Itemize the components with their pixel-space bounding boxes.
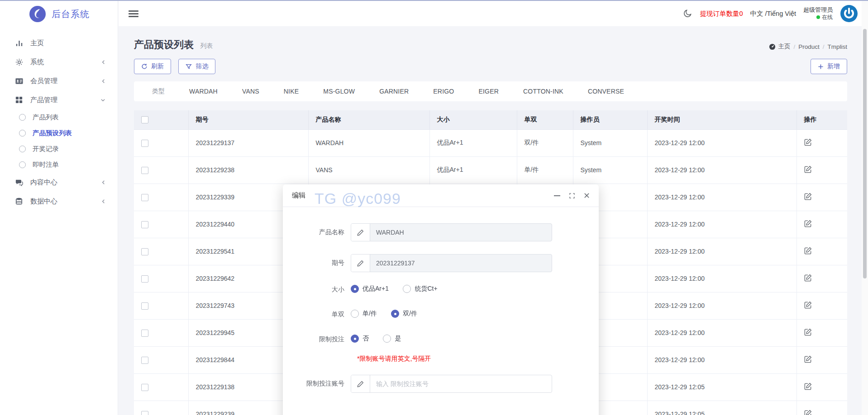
edit-row-icon[interactable] xyxy=(804,328,812,336)
tab-ms-glow[interactable]: MS-GLOW xyxy=(323,88,355,95)
edit-row-icon[interactable] xyxy=(804,247,812,255)
edit-row-icon[interactable] xyxy=(804,274,812,282)
edit-row-icon[interactable] xyxy=(804,193,812,200)
restrict-accounts-input[interactable] xyxy=(370,375,552,392)
page-heading: 产品预设列表 列表 xyxy=(134,38,213,52)
radio-label: 否 xyxy=(362,335,369,343)
edit-row-icon[interactable] xyxy=(804,165,812,173)
dashboard-icon xyxy=(769,43,776,50)
cell-draw-time: 2023-12-29 12:00 xyxy=(647,319,796,346)
refresh-icon xyxy=(141,63,148,70)
row-checkbox[interactable] xyxy=(141,248,148,255)
withdraw-orders-badge[interactable]: 提现订单数量0 xyxy=(700,9,743,18)
sidebar-toggle-icon[interactable] xyxy=(129,9,138,19)
chevron-down-icon xyxy=(100,98,106,103)
sidebar-subitem-product-list[interactable]: 产品列表 xyxy=(0,109,118,125)
right-actions: 新增 xyxy=(811,59,847,74)
breadcrumb-separator: / xyxy=(823,43,825,50)
refresh-button[interactable]: 刷新 xyxy=(134,59,171,74)
chat-bubbles-icon xyxy=(15,178,24,187)
sidebar-item-home[interactable]: 主页 xyxy=(0,33,118,52)
radio-unselected-icon xyxy=(351,310,359,318)
radio-parity-single[interactable]: 单/件 xyxy=(351,310,377,318)
radio-size-premium[interactable]: 优品Ar+1 xyxy=(351,285,389,293)
field-product-name: 产品名称 xyxy=(283,223,581,241)
radio-parity-double[interactable]: 双/件 xyxy=(391,310,417,318)
restrict-note: *限制账号请用英文,号隔开 xyxy=(357,355,581,363)
cell-operator: System xyxy=(573,129,647,156)
scrollbar-thumb[interactable] xyxy=(863,29,867,278)
row-checkbox[interactable] xyxy=(141,194,148,201)
avatar[interactable] xyxy=(840,5,858,23)
edit-row-icon[interactable] xyxy=(804,355,812,363)
tab-converse[interactable]: CONVERSE xyxy=(588,88,624,95)
row-checkbox[interactable] xyxy=(141,302,148,310)
app-logo[interactable]: 后台系统 xyxy=(0,1,118,27)
row-checkbox[interactable] xyxy=(141,221,148,228)
product-name-input[interactable] xyxy=(370,224,552,241)
page-subtitle: 列表 xyxy=(200,42,213,49)
column-header-operator: 操作员 xyxy=(573,110,647,129)
period-input[interactable] xyxy=(370,255,552,272)
tab-eiger[interactable]: EIGER xyxy=(478,88,499,95)
add-button[interactable]: 新增 xyxy=(811,59,847,74)
radio-unselected-icon xyxy=(383,335,391,343)
edit-row-icon[interactable] xyxy=(804,301,812,309)
tab-cotton-ink[interactable]: COTTON-INK xyxy=(523,88,563,95)
edit-row-icon[interactable] xyxy=(804,410,812,415)
dark-mode-icon[interactable] xyxy=(682,9,692,19)
sidebar-item-products[interactable]: 产品管理 xyxy=(0,90,118,109)
table-row: 20231229238 VANS 优品Ar+1 单/件 System 2023-… xyxy=(134,156,847,184)
row-checkbox[interactable] xyxy=(141,275,148,283)
language-switcher[interactable]: 中文 /Tiếng Việt xyxy=(750,9,796,18)
sidebar-subitem-draw-records[interactable]: 开奖记录 xyxy=(0,141,118,157)
sidebar-item-system[interactable]: 系统 xyxy=(0,52,118,71)
page-scrollbar[interactable] xyxy=(862,1,868,415)
select-all-checkbox[interactable] xyxy=(141,116,148,123)
sidebar-subitem-live-bets[interactable]: 即时注单 xyxy=(0,157,118,173)
breadcrumb-label: 主页 xyxy=(778,42,790,51)
sidebar-menu: 主页 系统 会员管理 xyxy=(0,27,118,211)
add-label: 新增 xyxy=(827,62,840,71)
radio-size-regular[interactable]: 统货Ct+ xyxy=(403,285,437,293)
sidebar-subitem-product-preset-list[interactable]: 产品预设列表 xyxy=(0,125,118,141)
table-row: 20231229137 WARDAH 优品Ar+1 双/件 System 202… xyxy=(134,129,847,156)
cell-product: VANS xyxy=(308,156,429,184)
tab-garnier[interactable]: GARNIER xyxy=(379,88,409,95)
tab-nike[interactable]: NIKE xyxy=(284,88,299,95)
sidebar-item-content-center[interactable]: 内容中心 xyxy=(0,173,118,192)
close-icon[interactable] xyxy=(584,193,590,198)
edit-row-icon[interactable] xyxy=(804,138,812,146)
row-checkbox[interactable] xyxy=(141,140,148,147)
edit-row-icon[interactable] xyxy=(804,220,812,227)
edit-row-icon[interactable] xyxy=(804,382,812,390)
field-label: 产品名称 xyxy=(283,228,351,236)
filter-button[interactable]: 筛选 xyxy=(178,59,215,74)
tab-vans[interactable]: VANS xyxy=(242,88,259,95)
radio-restrict-yes[interactable]: 是 xyxy=(383,335,401,343)
chevron-left-icon xyxy=(101,179,106,185)
circle-icon xyxy=(19,146,26,152)
tab-erigo[interactable]: ERIGO xyxy=(433,88,454,95)
cell-draw-time: 2023-12-29 12:00 xyxy=(647,211,796,238)
maximize-icon[interactable] xyxy=(569,193,575,199)
breadcrumb-product[interactable]: Product xyxy=(798,43,820,50)
breadcrumb-home[interactable]: 主页 xyxy=(769,42,790,51)
chevron-left-icon xyxy=(101,78,106,84)
radio-restrict-no[interactable]: 否 xyxy=(351,335,369,343)
minimize-icon[interactable] xyxy=(554,195,560,196)
row-checkbox[interactable] xyxy=(141,357,148,364)
breadcrumb-tmplist[interactable]: Tmplist xyxy=(828,43,848,50)
radio-label: 单/件 xyxy=(362,310,377,318)
tab-wardah[interactable]: WARDAH xyxy=(189,88,218,95)
sidebar-item-members[interactable]: 会员管理 xyxy=(0,71,118,90)
row-checkbox[interactable] xyxy=(141,411,148,415)
sidebar-item-label: 即时注单 xyxy=(33,160,59,169)
row-checkbox[interactable] xyxy=(141,167,148,174)
row-checkbox[interactable] xyxy=(141,330,148,337)
row-checkbox[interactable] xyxy=(141,384,148,391)
column-header-size: 大小 xyxy=(429,110,517,129)
user-info[interactable]: 超级管理员 在线 xyxy=(803,6,833,20)
sidebar-item-data-center[interactable]: 数据中心 xyxy=(0,192,118,211)
page-title: 产品预设列表 xyxy=(134,39,194,50)
